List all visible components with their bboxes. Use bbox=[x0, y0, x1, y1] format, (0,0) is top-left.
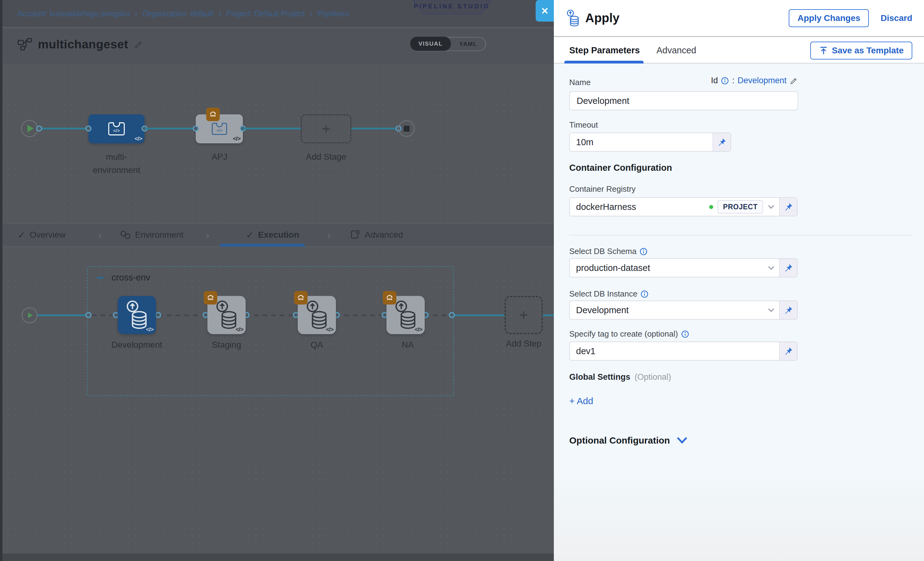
execution-canvas[interactable]: cross-env bbox=[3, 247, 554, 554]
save-as-template-button[interactable]: Save as Template bbox=[810, 42, 912, 60]
optional-configuration-toggle[interactable]: Optional Configuration bbox=[569, 435, 687, 446]
tab-advanced[interactable]: Advanced bbox=[350, 224, 403, 246]
close-drawer-button[interactable]: ✕ bbox=[536, 0, 554, 22]
step-title: Apply bbox=[585, 11, 620, 25]
breadcrumb-separator: › bbox=[219, 9, 221, 18]
tab-separator: › bbox=[206, 224, 209, 246]
tab-separator: › bbox=[98, 224, 101, 246]
active-tab-underline bbox=[220, 244, 305, 247]
timeout-pin-button[interactable] bbox=[712, 133, 730, 151]
connector-dot bbox=[36, 126, 42, 132]
stage-card-multi-environment[interactable]: </> </> bbox=[88, 114, 144, 143]
db-instance-chevron[interactable] bbox=[763, 301, 779, 319]
breadcrumb-pipelines[interactable]: Pipelines bbox=[318, 9, 349, 18]
tab-environment[interactable]: Environment bbox=[120, 224, 183, 246]
plus-icon: + bbox=[519, 308, 528, 322]
add-stage-label: Add Stage bbox=[295, 150, 357, 164]
connector-dot bbox=[193, 126, 199, 132]
tag-pin-button[interactable] bbox=[779, 342, 797, 360]
id-value[interactable]: Development bbox=[738, 76, 786, 86]
connector bbox=[38, 314, 89, 316]
canvas-horizontal-scrollbar[interactable] bbox=[0, 554, 554, 561]
visual-yaml-toggle[interactable]: VISUAL YAML bbox=[410, 37, 486, 51]
timeout-input[interactable]: 10m bbox=[570, 133, 712, 151]
custom-stage-icon: </> bbox=[212, 122, 228, 136]
environment-icon bbox=[120, 230, 130, 240]
stage-card-apj[interactable]: </> </> bbox=[196, 114, 243, 143]
container-registry-field: dockerHarness PROJECT bbox=[569, 197, 798, 216]
pushpin-icon bbox=[784, 202, 793, 212]
custom-stage-icon: </> bbox=[108, 122, 125, 136]
id-label: Id bbox=[711, 76, 718, 86]
chevron-down-icon bbox=[677, 437, 687, 444]
tag-field: dev1 bbox=[569, 342, 798, 361]
stage-canvas[interactable]: </> </> multi-environment </> </> bbox=[3, 64, 554, 223]
left-edge-strip bbox=[0, 0, 3, 561]
pipeline-end-node bbox=[398, 120, 415, 137]
db-instance-pin-button[interactable] bbox=[779, 301, 797, 319]
step-group-label: cross-env bbox=[112, 273, 150, 283]
apply-step-icon bbox=[566, 9, 580, 28]
pipeline-studio-app: Account: kurosakiichigo.songoku › Organi… bbox=[0, 0, 924, 561]
discard-button[interactable]: Discard bbox=[880, 13, 912, 23]
tab-separator: › bbox=[327, 224, 331, 246]
svg-text:</>: </> bbox=[216, 128, 222, 133]
name-input[interactable] bbox=[569, 91, 798, 110]
global-settings-label: Global Settings (Optional) bbox=[569, 372, 671, 382]
step-card-development[interactable]: </> bbox=[118, 296, 156, 334]
registry-pin-button[interactable] bbox=[779, 198, 797, 216]
drawer-tabs: Step Parameters Advanced Save as Templat… bbox=[554, 38, 924, 63]
collapse-icon[interactable] bbox=[97, 277, 104, 279]
tab-execution[interactable]: ✓Execution bbox=[246, 224, 299, 246]
tab-overview[interactable]: ✓Overview bbox=[18, 224, 66, 246]
db-schema-value[interactable]: production-dataset bbox=[570, 259, 763, 277]
edit-id-icon[interactable] bbox=[790, 76, 798, 85]
step-card-na[interactable]: </> bbox=[387, 296, 425, 334]
pushpin-icon bbox=[784, 263, 793, 273]
step-group-header[interactable]: cross-env bbox=[97, 273, 150, 283]
step-card-qa[interactable]: </> bbox=[298, 296, 336, 334]
step-label: NA bbox=[364, 338, 451, 351]
pushpin-icon bbox=[717, 138, 726, 147]
connector-dot bbox=[86, 312, 92, 318]
pipeline-header: multichangeset VISUAL YAML bbox=[0, 28, 554, 64]
check-icon: ✓ bbox=[18, 230, 25, 240]
tab-step-parameters[interactable]: Step Parameters bbox=[569, 45, 640, 56]
container-registry-input[interactable]: dockerHarness bbox=[570, 198, 709, 216]
apply-changes-button[interactable]: Apply Changes bbox=[789, 9, 869, 27]
connector-dot bbox=[155, 312, 161, 318]
db-schema-pin-button[interactable] bbox=[779, 259, 797, 277]
step-card-staging[interactable]: </> bbox=[207, 296, 246, 334]
code-glyph: </> bbox=[326, 326, 333, 333]
connector-dashed bbox=[336, 314, 386, 316]
connector bbox=[543, 314, 554, 316]
advanced-icon bbox=[350, 230, 360, 240]
code-glyph: </> bbox=[146, 326, 153, 333]
breadcrumb-org[interactable]: Organization: default bbox=[142, 9, 214, 18]
timeout-label: Timeout bbox=[569, 120, 598, 130]
connector bbox=[144, 128, 196, 129]
toggle-visual[interactable]: VISUAL bbox=[410, 37, 451, 51]
id-separator: : bbox=[732, 76, 735, 86]
pushpin-icon bbox=[784, 306, 793, 315]
info-icon[interactable] bbox=[640, 290, 648, 298]
db-schema-chevron[interactable] bbox=[763, 259, 779, 277]
name-label: Name bbox=[569, 78, 591, 87]
info-icon[interactable] bbox=[721, 77, 729, 85]
edit-pipeline-icon[interactable] bbox=[134, 39, 144, 50]
breadcrumb-account[interactable]: Account: kurosakiichigo.songoku bbox=[18, 9, 130, 18]
add-step-button[interactable]: + bbox=[504, 296, 543, 334]
toggle-yaml[interactable]: YAML bbox=[451, 41, 485, 48]
check-icon: ✓ bbox=[246, 230, 254, 240]
db-instance-value[interactable]: Development bbox=[570, 301, 763, 319]
info-icon[interactable] bbox=[681, 330, 689, 338]
info-icon[interactable] bbox=[639, 248, 648, 255]
tab-step-advanced[interactable]: Advanced bbox=[657, 45, 696, 56]
connector-dashed bbox=[158, 314, 207, 316]
code-glyph: </> bbox=[135, 135, 142, 142]
add-global-setting-link[interactable]: + Add bbox=[569, 396, 593, 406]
registry-chevron[interactable] bbox=[763, 198, 779, 216]
breadcrumb-project[interactable]: Project: Default Project bbox=[226, 9, 305, 18]
tag-input[interactable]: dev1 bbox=[570, 342, 779, 360]
add-stage-button[interactable]: + bbox=[301, 114, 351, 143]
